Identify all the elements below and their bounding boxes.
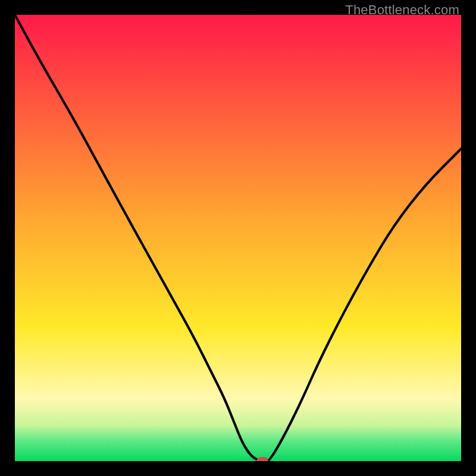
chart-frame: TheBottleneck.com: [0, 0, 476, 476]
optimum-marker-icon: [256, 457, 268, 461]
bottleneck-curve: [15, 15, 461, 461]
plot-area: [15, 15, 461, 461]
